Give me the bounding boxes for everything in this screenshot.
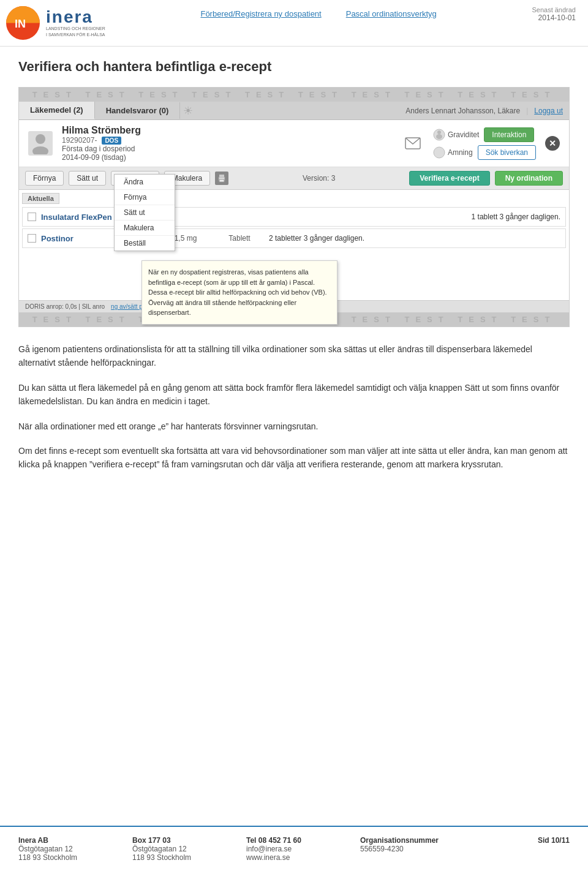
patient-name: Hilma Strömberg: [62, 125, 393, 136]
main-action-buttons: Verifiera e-recept Ny ordination: [409, 171, 563, 186]
interaktion-button[interactable]: Interaktion: [484, 127, 534, 142]
graviditet-icon: [433, 129, 445, 141]
tab-bar: Läkemedel (2) Handelsvaror (0) ☀ Anders …: [19, 102, 569, 120]
footer-col1-line2: 118 93 Stockholm: [18, 853, 114, 862]
footer: Inera AB Östgötagatan 12 118 93 Stockhol…: [0, 826, 588, 871]
med-checkbox-2[interactable]: [28, 234, 36, 243]
body-paragraph-3: När alla ordinationer med ett orange „e”…: [18, 420, 570, 433]
page-title: Verifiera och hantera befintliga e-recep…: [18, 59, 570, 75]
print-icon: [215, 172, 228, 185]
footer-col-5: Sid 10/11: [474, 836, 570, 862]
doris-text: DORIS anrop: 0,0s | SIL anro: [25, 303, 105, 310]
amning-area: Amning: [433, 145, 473, 160]
footer-col1-title: Inera AB: [18, 836, 114, 845]
footer-col2-title: Box 177 03: [132, 836, 228, 845]
footer-col3-line1: info@inera.se: [246, 845, 342, 853]
tab-handelsvaror[interactable]: Handelsvaror (0): [95, 102, 181, 119]
test-watermark-top: TEST TEST TEST TEST TEST TEST TEST TEST …: [19, 88, 569, 102]
graviditet-label: Graviditet: [448, 130, 479, 139]
context-menu-item-makulera[interactable]: Makulera: [115, 221, 175, 236]
logout-button[interactable]: Logga ut: [534, 107, 563, 115]
med-area: Aktuella Insulatard FlexPen e 1 tablett …: [19, 190, 569, 300]
patient-bar: Hilma Strömberg 19290207- DOS Första dag…: [19, 120, 569, 167]
footer-col-1: Inera AB Östgötagatan 12 118 93 Stockhol…: [18, 836, 114, 862]
close-button[interactable]: ✕: [545, 136, 560, 151]
footer-col3-line2: www.inera.se: [246, 853, 342, 862]
action-buttons-right: Graviditet Interaktion Amning Sök biverk…: [433, 127, 536, 160]
user-name: Anders Lennart Johansson, Läkare: [405, 107, 520, 115]
med-row-1: Insulatard FlexPen e 1 tablett 3 gånger …: [22, 207, 566, 227]
logo-subtitle: LANDSTING OCH REGIONERI SAMVERKAN FÖR E-…: [46, 26, 105, 37]
header: IN inera LANDSTING OCH REGIONERI SAMVERK…: [0, 0, 588, 47]
printer-icon: [217, 174, 226, 183]
patient-date: 2014-09-09 (tisdag): [62, 153, 126, 162]
svg-point-2: [36, 134, 45, 144]
action-row-1: Graviditet Interaktion: [433, 127, 536, 142]
footer-col-2: Box 177 03 Östgötagatan 12 118 93 Stockh…: [132, 836, 228, 862]
action-row-2: Amning Sök biverkan: [433, 145, 536, 160]
patient-info: Hilma Strömberg 19290207- DOS Första dag…: [62, 125, 393, 162]
svg-point-6: [436, 134, 442, 139]
svg-point-7: [437, 130, 441, 134]
footer-col3-title: Tel 08 452 71 60: [246, 836, 342, 845]
verifiera-button[interactable]: Verifiera e-recept: [409, 171, 489, 186]
nav-link-forbered[interactable]: Förbered/Registrera ny dospatient: [200, 9, 321, 18]
inera-logo-icon: IN: [6, 6, 40, 40]
ny-ordination-button[interactable]: Ny ordination: [495, 171, 563, 186]
svg-point-3: [32, 146, 48, 154]
logo-area: IN inera LANDSTING OCH REGIONERI SAMVERK…: [6, 6, 105, 40]
context-menu-item-andra[interactable]: Ändra: [115, 175, 175, 190]
context-menu-item-bestall[interactable]: Beställ: [115, 236, 175, 251]
patient-id-area: 19290207- DOS: [62, 136, 393, 145]
last-changed-label: Senast ändrad: [532, 6, 576, 13]
header-right: Senast ändrad 2014-10-01: [532, 6, 576, 22]
toolbar: Förnya Sätt ut Utvärdera Makulera Versio…: [19, 167, 569, 190]
med-form-2: Tablett: [215, 234, 264, 243]
version-text: Version: 3: [303, 174, 335, 183]
screenshot-container: TEST TEST TEST TEST TEST TEST TEST TEST …: [18, 87, 570, 327]
footer-col2-line1: Östgötagatan 12: [132, 845, 228, 853]
patient-id: 19290207-: [62, 136, 97, 145]
popup-text: När en ny dospatient registreras, visas …: [148, 267, 331, 318]
patient-icon: [28, 131, 53, 156]
satt-ut-button[interactable]: Sätt ut: [69, 171, 106, 186]
nav-links: Förbered/Registrera ny dospatient Pascal…: [105, 6, 532, 18]
med-row-2: Postinor e 1,5 mg Tablett 2 tabletter 3 …: [22, 228, 566, 248]
amning-icon: [433, 146, 445, 159]
svg-text:IN: IN: [15, 18, 26, 30]
svg-rect-10: [219, 175, 224, 177]
email-icon: [405, 137, 421, 149]
separator: |: [526, 107, 528, 115]
context-menu-item-fornya[interactable]: Förnya: [115, 190, 175, 205]
dos-badge: DOS: [102, 137, 121, 145]
footer-col-4: Organisationsnummer 556559-4230: [360, 836, 456, 862]
email-icon-area: [402, 134, 424, 153]
sok-biverkan-button[interactable]: Sök biverkan: [478, 145, 536, 160]
body-paragraph-2: Du kan sätta ut flera läkemedel på en gå…: [18, 381, 570, 409]
footer-col-3: Tel 08 452 71 60 info@inera.se www.inera…: [246, 836, 342, 862]
sun-icon: ☀: [183, 104, 193, 118]
med-dosage-2: 2 tabletter 3 gånger dagligen.: [269, 234, 364, 243]
context-menu-item-satt-ut[interactable]: Sätt ut: [115, 205, 175, 221]
footer-col4-title: Organisationsnummer: [360, 836, 456, 845]
tab-bar-right: Anders Lennart Johansson, Läkare | Logga…: [405, 107, 569, 115]
nav-link-pascal[interactable]: Pascal ordinationsverktyg: [346, 9, 437, 18]
logo-name: inera: [46, 9, 105, 26]
logo-text-area: inera LANDSTING OCH REGIONERI SAMVERKAN …: [46, 9, 105, 37]
graviditet-area: Graviditet: [433, 127, 479, 142]
med-dosage-1: 1 tablett 3 gånger dagligen.: [472, 213, 560, 221]
svg-rect-11: [219, 179, 224, 182]
med-checkbox-1[interactable]: [28, 213, 36, 221]
last-changed-date: 2014-10-01: [532, 13, 576, 22]
svg-point-8: [434, 147, 445, 158]
footer-col1-line1: Östgötagatan 12: [18, 845, 114, 853]
footer-col2-line2: 118 93 Stockholm: [132, 853, 228, 862]
body-paragraph-4: Om det finns e-recept som eventuellt ska…: [18, 444, 570, 472]
body-paragraph-1: Gå igenom patientens ordinationslista fö…: [18, 342, 570, 370]
context-menu: Ändra Förnya Sätt ut Makulera Beställ: [114, 174, 175, 251]
patient-avatar-icon: [31, 133, 50, 154]
fornya-button[interactable]: Förnya: [25, 171, 64, 186]
amning-label: Amning: [448, 148, 473, 157]
main-content: Verifiera och hantera befintliga e-recep…: [0, 47, 588, 495]
tab-lakemedel[interactable]: Läkemedel (2): [19, 102, 95, 119]
